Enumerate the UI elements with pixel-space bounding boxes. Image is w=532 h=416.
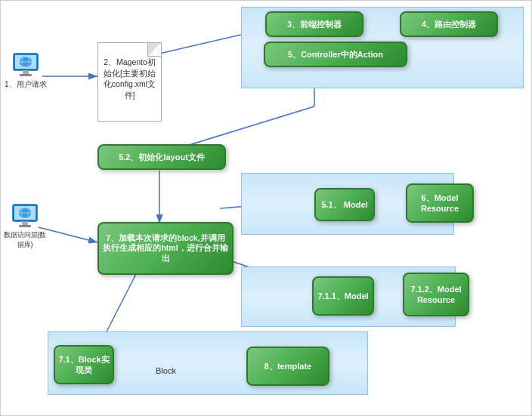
magento-init-label: 2、Magento初始化[主要初始化config.xml文件] — [98, 51, 161, 106]
init-layout-label: 5.2、初始化layout文件 — [119, 152, 205, 162]
model-resource-box: 6、Model Resource — [406, 183, 474, 223]
frontend-controller-label: 3、前端控制器 — [287, 19, 342, 29]
block-impl-label: 7.1、Block实现类 — [58, 354, 110, 376]
computer-icon-2: 数据访问层(数据库) — [2, 203, 48, 250]
doc-magento-init: 2、Magento初始化[主要初始化config.xml文件] — [97, 42, 162, 122]
svg-rect-22 — [20, 74, 32, 76]
model-label: 5.1、 Model — [321, 199, 367, 210]
model-resource-712-label: 7.1.2、Model Resource — [407, 284, 465, 306]
load-block-box: 7、加载本次请求的block,并调用执行生成相应的html，进行合并输出 — [97, 222, 234, 275]
template-label: 8、template — [264, 361, 311, 371]
model-711-box: 7.1.1、Model — [312, 276, 374, 316]
model-resource-712-box: 7.1.2、Model Resource — [403, 273, 469, 316]
user-label-2: 数据访问层(数据库) — [2, 230, 48, 250]
route-controller-label: 4、路由控制器 — [422, 19, 476, 29]
svg-rect-28 — [22, 221, 28, 225]
controller-action-box: 5、Controller中的Action — [264, 42, 407, 67]
controller-action-label: 5、Controller中的Action — [288, 49, 383, 60]
model-resource-label: 6、Model Resource — [410, 193, 469, 214]
computer-icon-1: 1、用户请求 — [5, 52, 47, 90]
route-controller-box: 4、路由控制器 — [400, 11, 498, 37]
svg-rect-29 — [19, 225, 31, 227]
init-layout-box: 5.2、初始化layout文件 — [97, 144, 226, 170]
template-box: 8、template — [246, 347, 329, 386]
model-711-label: 7.1.1、Model — [317, 291, 368, 301]
block-impl-box: 7.1、Block实现类 — [54, 345, 114, 384]
user-label-1: 1、用户请求 — [5, 79, 47, 90]
svg-rect-21 — [23, 70, 29, 74]
block-arrow-label: Block — [156, 366, 176, 375]
model-box: 5.1、 Model — [314, 188, 375, 221]
load-block-label: 7、加载本次请求的block,并调用执行生成相应的html，进行合并输出 — [102, 233, 229, 264]
frontend-controller-box: 3、前端控制器 — [265, 11, 363, 37]
diagram-container: 1、用户请求 2、Magento初始化[主要初始化config.xml文件] 3… — [0, 0, 532, 416]
